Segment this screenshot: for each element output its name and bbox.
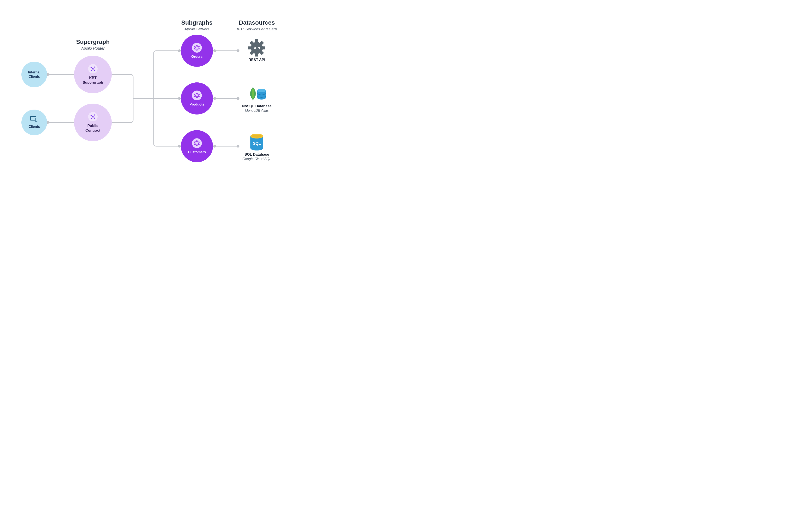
column-header-subgraphs: Subgraphs Apollo Servers xyxy=(176,19,218,31)
node-orders: Orders xyxy=(181,35,213,67)
column-subtitle: Apollo Router xyxy=(71,46,114,51)
datasource-title: NoSQL Database xyxy=(236,104,278,108)
node-label: Products xyxy=(189,103,204,106)
sql-database-icon: SQL xyxy=(236,134,278,151)
diagram-canvas: Supergraph Apollo Router Subgraphs Apoll… xyxy=(0,0,317,199)
node-public-contract: Public Contract xyxy=(74,104,112,141)
svg-point-58 xyxy=(197,97,197,98)
svg-point-69 xyxy=(194,144,195,145)
graphql-icon xyxy=(192,138,202,148)
node-products: Products xyxy=(181,82,213,114)
svg-point-46 xyxy=(199,46,200,47)
datasource-rest: API REST API xyxy=(236,39,278,62)
svg-text:SQL: SQL xyxy=(253,141,261,145)
svg-point-16 xyxy=(214,145,216,147)
datasource-title: REST API xyxy=(236,58,278,62)
node-customers: Customers xyxy=(181,130,213,162)
svg-point-82 xyxy=(257,89,266,92)
column-subtitle: KBT Services and Data xyxy=(231,27,283,31)
svg-point-45 xyxy=(197,45,197,46)
svg-point-59 xyxy=(194,96,195,97)
node-label: Internal Clients xyxy=(28,70,40,79)
svg-line-29 xyxy=(93,67,95,69)
node-kbt-supergraph: KBT Supergraph xyxy=(74,56,112,93)
svg-point-50 xyxy=(194,46,195,47)
node-internal-clients: Internal Clients xyxy=(22,62,47,87)
node-label: Clients xyxy=(29,125,40,129)
svg-text:API: API xyxy=(254,46,260,50)
svg-point-66 xyxy=(199,142,200,142)
svg-point-68 xyxy=(197,145,197,146)
svg-point-57 xyxy=(199,96,200,97)
svg-point-47 xyxy=(199,48,200,49)
datasource-title: SQL Database xyxy=(236,152,278,157)
svg-point-65 xyxy=(197,140,197,141)
node-label: Orders xyxy=(191,55,203,59)
svg-point-67 xyxy=(199,144,200,145)
column-header-supergraph: Supergraph Apollo Router xyxy=(71,38,114,51)
svg-point-7 xyxy=(178,97,180,100)
svg-point-60 xyxy=(194,94,195,95)
svg-point-8 xyxy=(178,145,180,147)
svg-line-31 xyxy=(92,69,93,70)
svg-point-85 xyxy=(252,135,261,138)
node-label: KBT Supergraph xyxy=(82,75,103,85)
svg-point-22 xyxy=(36,121,37,122)
column-title: Supergraph xyxy=(71,38,114,45)
svg-point-48 xyxy=(197,50,197,50)
svg-point-13 xyxy=(214,97,216,100)
svg-line-30 xyxy=(93,69,95,70)
svg-point-49 xyxy=(194,48,195,49)
node-clients: Clients xyxy=(22,110,47,135)
datasource-sql: SQL SQL Database Google Cloud SQL xyxy=(236,134,278,161)
svg-point-56 xyxy=(199,94,200,95)
graph-icon xyxy=(88,64,98,73)
devices-icon xyxy=(30,116,38,123)
gear-api-icon: API xyxy=(236,39,278,57)
svg-point-70 xyxy=(194,142,195,142)
svg-line-39 xyxy=(93,117,95,118)
svg-line-28 xyxy=(91,67,93,69)
node-label: Customers xyxy=(188,150,206,154)
column-title: Subgraphs xyxy=(176,19,218,26)
graphql-icon xyxy=(192,91,202,100)
svg-line-38 xyxy=(93,115,95,117)
datasource-subtitle: MongoDB Atlas xyxy=(236,109,278,112)
svg-line-40 xyxy=(92,117,93,118)
svg-line-37 xyxy=(91,115,93,117)
svg-point-5 xyxy=(178,50,180,52)
mongodb-icon xyxy=(236,86,278,103)
column-header-datasources: Datasources KBT Services and Data xyxy=(231,19,283,31)
column-subtitle: Apollo Servers xyxy=(176,27,218,31)
datasource-subtitle: Google Cloud SQL xyxy=(236,157,278,161)
svg-point-10 xyxy=(214,50,216,52)
column-title: Datasources xyxy=(231,19,283,26)
svg-point-55 xyxy=(197,93,197,94)
graph-icon xyxy=(88,112,98,122)
datasource-nosql: NoSQL Database MongoDB Atlas xyxy=(236,86,278,112)
node-label: Public Contract xyxy=(85,124,100,133)
graphql-icon xyxy=(192,43,202,53)
